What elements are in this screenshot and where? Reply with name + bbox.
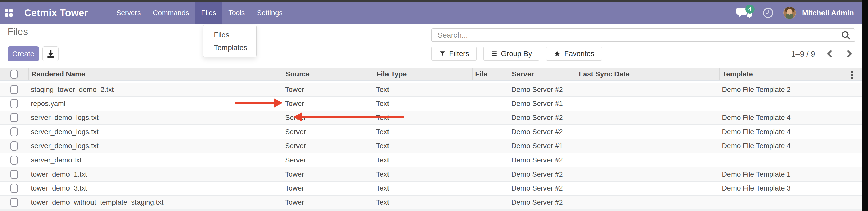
cell-file-type[interactable]: Text — [374, 100, 472, 108]
filters-button[interactable]: Filters — [431, 47, 477, 61]
apps-grid-icon[interactable] — [5, 9, 13, 17]
cell-rendered-name[interactable]: server_demo_logs.txt — [28, 114, 283, 122]
row-checkbox-cell — [0, 184, 28, 193]
cell-server[interactable]: Demo Server #2 — [509, 86, 576, 94]
row-checkbox[interactable] — [10, 170, 18, 179]
chevron-right-icon — [845, 50, 853, 58]
table-row[interactable]: tower_demo_without_template_staging.txt … — [0, 195, 862, 210]
avatar[interactable] — [783, 7, 796, 19]
chevron-left-icon — [826, 50, 834, 58]
cell-template[interactable]: Demo File Template 2 — [719, 86, 862, 94]
column-header-source[interactable]: Source — [283, 68, 374, 80]
cell-rendered-name[interactable]: tower_demo_3.txt — [28, 184, 283, 192]
group-by-icon — [491, 50, 497, 57]
cell-server[interactable]: Demo Server #2 — [509, 114, 576, 122]
column-header-server[interactable]: Server — [509, 68, 576, 80]
cell-file-type[interactable]: Text — [374, 170, 472, 178]
group-by-label: Group By — [501, 50, 532, 58]
messages-icon[interactable]: 4 — [736, 7, 753, 19]
cell-server[interactable]: Demo Server #2 — [509, 198, 576, 206]
cell-rendered-name[interactable]: server_demo_logs.txt — [28, 142, 283, 150]
cell-template[interactable]: Demo File Template 1 — [719, 170, 862, 178]
row-checkbox[interactable] — [10, 99, 18, 108]
cell-rendered-name[interactable]: staging_tower_demo_2.txt — [28, 86, 283, 94]
create-button[interactable]: Create — [8, 46, 39, 61]
cell-rendered-name[interactable]: server_demo_logs.txt — [28, 128, 283, 136]
cell-file-type[interactable]: Text — [374, 86, 472, 94]
menu-item-files[interactable]: Files — [195, 2, 222, 24]
column-header-template[interactable]: Template — [719, 68, 862, 80]
cell-rendered-name[interactable]: server_demo.txt — [28, 156, 283, 164]
activities-clock-icon[interactable] — [763, 7, 774, 19]
app-brand[interactable]: Cetmix Tower — [24, 8, 88, 19]
table-row[interactable]: tower_demo_1.txt Tower Text Demo Server … — [0, 168, 862, 182]
select-all-checkbox[interactable] — [10, 69, 18, 79]
messages-badge: 4 — [745, 5, 754, 14]
optional-columns-toggle-icon[interactable] — [851, 70, 854, 79]
pager-range: 1–9 / 9 — [791, 50, 815, 59]
table-row[interactable]: server_demo.txt Server Text Demo Server … — [0, 153, 862, 168]
row-checkbox-cell — [0, 99, 28, 108]
cell-source[interactable]: Tower — [283, 86, 374, 94]
menu-item-tools[interactable]: Tools — [222, 2, 251, 24]
table-row[interactable]: server_demo_logs.txt Server Text Demo Se… — [0, 139, 862, 153]
cell-file-type[interactable]: Text — [374, 198, 472, 206]
column-header-rendered-name[interactable]: Rendered Name — [28, 68, 283, 80]
dropdown-item-files[interactable]: Files — [203, 29, 256, 41]
row-checkbox[interactable] — [10, 142, 18, 151]
page-title: Files — [8, 26, 28, 37]
cell-source[interactable]: Tower — [283, 170, 374, 178]
search-input[interactable] — [432, 31, 837, 39]
menu-item-settings[interactable]: Settings — [251, 2, 289, 24]
cell-source[interactable]: Server — [283, 128, 374, 136]
table-row[interactable]: tower_demo_3.txt Tower Text Demo Server … — [0, 182, 862, 196]
dropdown-item-templates[interactable]: Templates — [203, 41, 256, 54]
cell-file-type[interactable]: Text — [374, 156, 472, 164]
cell-template[interactable]: Demo File Template 4 — [719, 114, 862, 122]
table-footer-area — [0, 209, 862, 211]
row-checkbox[interactable] — [10, 184, 18, 193]
table-row[interactable]: repos.yaml Tower Text Demo Server #1 — [0, 97, 862, 111]
cell-server[interactable]: Demo Server #2 — [509, 128, 576, 136]
cell-file-type[interactable]: Text — [374, 128, 472, 136]
table-row[interactable]: server_demo_logs.txt Server Text Demo Se… — [0, 125, 862, 139]
column-header-file-type[interactable]: File Type — [374, 68, 472, 80]
download-tray-icon — [46, 49, 55, 59]
cell-template[interactable]: Demo File Template 4 — [719, 128, 862, 136]
cell-source[interactable]: Server — [283, 156, 374, 164]
row-checkbox[interactable] — [10, 156, 18, 165]
search-submit-button[interactable] — [837, 29, 855, 41]
cell-file-type[interactable]: Text — [374, 142, 472, 150]
cell-source[interactable]: Tower — [283, 100, 374, 108]
cell-rendered-name[interactable]: tower_demo_without_template_staging.txt — [28, 198, 283, 206]
cell-template[interactable]: Demo File Template 4 — [719, 142, 862, 150]
pager-previous-button[interactable] — [825, 50, 834, 59]
column-header-last-sync-date[interactable]: Last Sync Date — [576, 68, 719, 80]
user-menu[interactable]: Mitchell Admin — [802, 9, 854, 17]
row-checkbox-cell — [0, 198, 28, 207]
table-row[interactable]: server_demo_logs.txt Server Text Demo Se… — [0, 111, 862, 125]
group-by-button[interactable]: Group By — [483, 47, 540, 61]
cell-server[interactable]: Demo Server #1 — [509, 142, 576, 150]
cell-source[interactable]: Server — [283, 142, 374, 150]
favorites-button[interactable]: Favorites — [546, 47, 602, 61]
import-button[interactable] — [42, 46, 59, 61]
cell-server[interactable]: Demo Server #2 — [509, 170, 576, 178]
menu-item-servers[interactable]: Servers — [110, 2, 147, 24]
cell-server[interactable]: Demo Server #1 — [509, 100, 576, 108]
row-checkbox[interactable] — [10, 198, 18, 207]
cell-template[interactable]: Demo File Template 3 — [719, 184, 862, 192]
cell-server[interactable]: Demo Server #2 — [509, 156, 576, 164]
cell-source[interactable]: Tower — [283, 184, 374, 192]
cell-server[interactable]: Demo Server #2 — [509, 184, 576, 192]
cell-source[interactable]: Tower — [283, 198, 374, 206]
menu-item-commands[interactable]: Commands — [147, 2, 195, 24]
row-checkbox[interactable] — [10, 113, 18, 122]
column-header-file[interactable]: File — [472, 68, 509, 80]
table-row[interactable]: staging_tower_demo_2.txt Tower Text Demo… — [0, 83, 862, 97]
row-checkbox[interactable] — [10, 85, 18, 94]
pager-next-button[interactable] — [844, 50, 854, 59]
cell-file-type[interactable]: Text — [374, 184, 472, 192]
cell-rendered-name[interactable]: tower_demo_1.txt — [28, 170, 283, 178]
row-checkbox[interactable] — [10, 127, 18, 137]
